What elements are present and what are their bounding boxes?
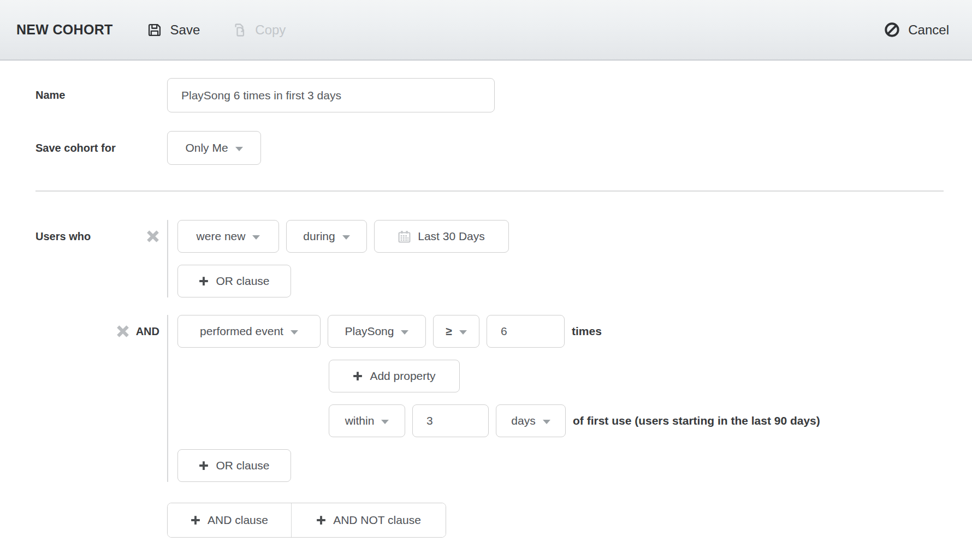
event-value: PlaySong [345, 325, 394, 338]
remove-clause-button[interactable] [146, 230, 159, 243]
chevron-down-icon [291, 330, 298, 335]
plus-icon [199, 461, 209, 470]
save-button[interactable]: Save [147, 22, 200, 38]
preposition-value: during [303, 230, 335, 243]
users-who-section: Users who were new during [35, 220, 944, 297]
within-days-input[interactable] [412, 404, 489, 437]
chevron-down-icon [459, 330, 467, 335]
user-verb-dropdown[interactable]: were new [177, 220, 279, 253]
add-property-label: Add property [370, 370, 435, 383]
plus-icon [353, 371, 363, 381]
chevron-down-icon [235, 147, 243, 151]
section-divider [35, 190, 944, 192]
save-cohort-for-row: Save cohort for Only Me [35, 131, 944, 165]
performed-event-row: performed event PlaySong ≥ times [177, 315, 820, 348]
remove-and-clause-button[interactable] [116, 325, 129, 338]
within-value: within [345, 414, 375, 427]
name-row: Name [35, 78, 944, 112]
save-cohort-for-label: Save cohort for [35, 142, 167, 154]
add-and-clause-button[interactable]: AND clause [168, 503, 291, 537]
name-label: Name [35, 89, 167, 102]
users-who-body: were new during [167, 220, 509, 297]
remove-x-icon [146, 230, 159, 243]
and-clause-section: AND performed event PlaySong ≥ times [35, 315, 944, 482]
copy-button[interactable]: Copy [232, 22, 286, 38]
plus-icon [191, 515, 200, 525]
save-cohort-for-dropdown[interactable]: Only Me [167, 131, 261, 165]
or-clause-label: OR clause [216, 275, 269, 288]
or-clause-row: OR clause [177, 449, 820, 482]
time-unit-dropdown[interactable]: days [496, 404, 566, 437]
cancel-button-label: Cancel [908, 22, 949, 38]
clause-add-button-group: AND clause AND NOT clause [167, 503, 446, 538]
add-or-clause-button[interactable]: OR clause [177, 265, 291, 297]
and-not-clause-button-label: AND NOT clause [333, 514, 421, 527]
operator-dropdown[interactable]: ≥ [433, 315, 479, 348]
chevron-down-icon [342, 235, 350, 240]
chevron-down-icon [381, 420, 389, 424]
copy-icon [232, 22, 247, 38]
save-cohort-for-value: Only Me [185, 141, 228, 154]
event-count-input[interactable] [487, 315, 565, 348]
new-user-clause-row: were new during [177, 220, 509, 253]
add-and-not-clause-button[interactable]: AND NOT clause [291, 503, 446, 537]
chevron-down-icon [401, 330, 408, 335]
within-row: within days of first use (users starting… [329, 404, 820, 437]
copy-button-label: Copy [255, 22, 286, 38]
date-range-button[interactable]: Last 30 Days [374, 220, 509, 253]
date-range-value: Last 30 Days [418, 230, 485, 243]
and-clause-button-label: AND clause [208, 514, 268, 527]
cohort-editor: Name Save cohort for Only Me Users who [0, 78, 972, 538]
first-use-note: of first use (users starting in the last… [573, 414, 820, 427]
action-type-value: performed event [200, 325, 283, 338]
or-clause-row: OR clause [177, 265, 509, 297]
preposition-dropdown[interactable]: during [286, 220, 367, 253]
save-button-label: Save [170, 22, 200, 38]
time-unit-value: days [511, 414, 535, 427]
toolbar: NEW COHORT Save Copy Cancel [0, 0, 972, 61]
plus-icon [199, 276, 209, 286]
save-icon [147, 22, 162, 38]
and-label: AND [136, 325, 159, 338]
or-clause-label: OR clause [216, 459, 269, 472]
remove-x-icon [116, 325, 129, 338]
cancel-button[interactable]: Cancel [884, 22, 949, 38]
action-type-dropdown[interactable]: performed event [177, 315, 321, 348]
chevron-down-icon [543, 420, 550, 424]
page-title: NEW COHORT [16, 22, 113, 38]
users-who-header: Users who [35, 220, 167, 253]
cohort-name-input[interactable] [167, 78, 495, 112]
calendar-icon [398, 230, 411, 243]
users-who-label: Users who [35, 230, 91, 243]
and-clause-body: performed event PlaySong ≥ times [167, 315, 820, 482]
plus-icon [316, 515, 326, 525]
chevron-down-icon [252, 235, 260, 240]
and-clause-header: AND [35, 315, 167, 348]
event-dropdown[interactable]: PlaySong [328, 315, 426, 348]
operator-value: ≥ [446, 325, 452, 338]
user-verb-value: were new [197, 230, 246, 243]
cancel-icon [884, 22, 900, 38]
add-property-button[interactable]: Add property [329, 360, 460, 392]
times-label: times [572, 325, 602, 338]
add-property-row: Add property [329, 360, 820, 392]
within-dropdown[interactable]: within [329, 404, 405, 437]
add-or-clause-button[interactable]: OR clause [177, 449, 291, 482]
